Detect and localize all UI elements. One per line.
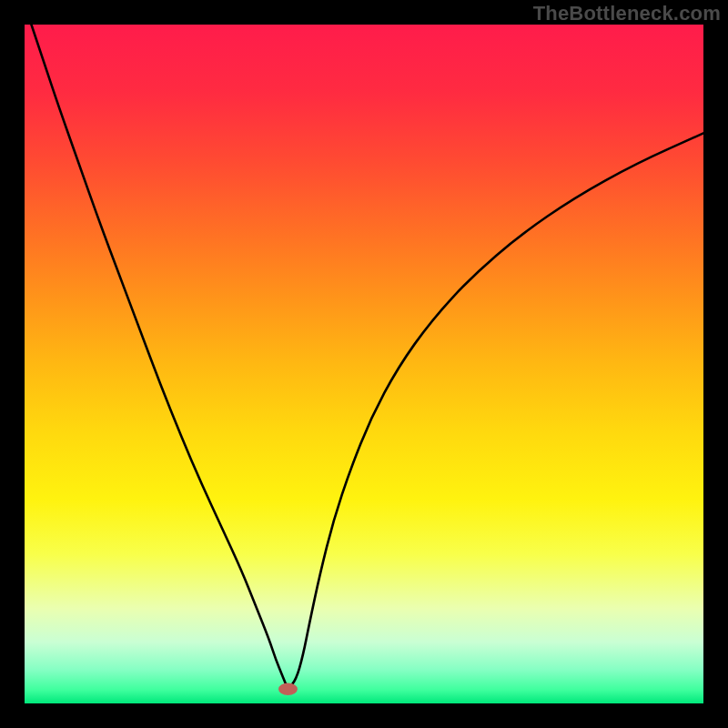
optimal-point-marker <box>278 683 298 695</box>
plot-area <box>25 25 703 703</box>
gradient-background <box>25 25 703 703</box>
chart-container: TheBottleneck.com <box>0 0 728 728</box>
chart-svg <box>25 25 703 703</box>
watermark-text: TheBottleneck.com <box>533 2 721 25</box>
